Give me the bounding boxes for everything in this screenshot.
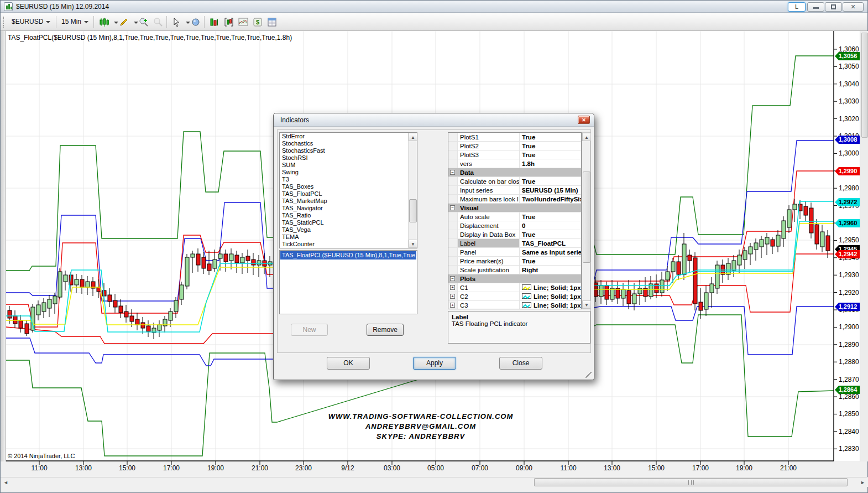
chart-style-icon[interactable]: [98, 16, 110, 28]
scroll-down-icon[interactable]: ▼: [409, 240, 417, 248]
indicator-list-item[interactable]: StdError: [280, 133, 417, 140]
configured-indicators-list[interactable]: TAS_FloatPCL($EURUSD (15 Min),8,1,True,T…: [279, 250, 417, 314]
indicator-list-item[interactable]: StochRSI: [280, 154, 417, 162]
property-value[interactable]: Line; Solid; 1px: [520, 301, 581, 309]
dialog-close-button[interactable]: ✕: [578, 116, 590, 124]
property-row[interactable]: +C2Line; Solid; 1px: [448, 292, 581, 301]
toolbar-grip[interactable]: [3, 17, 5, 28]
property-row[interactable]: Scale justificationRight: [448, 266, 581, 274]
property-value[interactable]: 0: [520, 221, 581, 230]
indicator-list-item[interactable]: SUM: [280, 162, 417, 169]
dialog-title-bar[interactable]: Indicators: [274, 113, 594, 127]
available-indicators-list[interactable]: StdErrorStochasticsStochasticsFastStochR…: [279, 132, 417, 248]
instrument-selector[interactable]: $EURUSD: [8, 17, 53, 28]
chart-trader-icon[interactable]: [208, 16, 221, 28]
property-value[interactable]: $EURUSD (15 Min): [520, 186, 581, 194]
indicator-list-item[interactable]: T3: [280, 176, 417, 183]
property-row[interactable]: PlotS3True: [448, 151, 581, 159]
property-row[interactable]: Maximum bars look lTwoHundredFiftySix: [448, 195, 581, 204]
indicator-list-item[interactable]: TAS_Ratio: [280, 212, 417, 219]
ok-button[interactable]: OK: [327, 357, 370, 370]
property-value[interactable]: True: [520, 142, 581, 150]
zoom-window-icon[interactable]: [190, 16, 202, 28]
property-row[interactable]: Price marker(s)True: [448, 257, 581, 266]
dialog-resize-grip[interactable]: [585, 372, 592, 378]
minimize-button[interactable]: [807, 2, 824, 12]
property-value[interactable]: True: [520, 257, 581, 265]
scroll-up-icon[interactable]: ▲: [582, 133, 591, 141]
property-value[interactable]: True: [520, 151, 581, 159]
dialog-close-action-button[interactable]: Close: [499, 357, 542, 370]
interval-selector[interactable]: 15 Min: [58, 17, 91, 28]
property-row[interactable]: Display in Data BoxTrue: [448, 230, 581, 239]
collapse-icon[interactable]: −: [450, 170, 455, 175]
list-scrollbar[interactable]: ▲ ▼: [408, 133, 417, 248]
indicator-list-item[interactable]: TAS_Vega: [280, 226, 417, 233]
property-row[interactable]: Displacement0: [448, 221, 581, 230]
indicators-icon[interactable]: [223, 16, 235, 28]
property-value[interactable]: TAS_FloatPCL: [520, 239, 581, 247]
indicator-list-item[interactable]: Swing: [280, 169, 417, 176]
close-window-button[interactable]: ✕: [843, 2, 864, 12]
property-row[interactable]: PlotS2True: [448, 142, 581, 151]
scroll-right-icon[interactable]: ►: [859, 479, 867, 486]
property-section-row[interactable]: −Plots: [448, 274, 581, 283]
property-value[interactable]: Line; Solid; 1px: [520, 283, 581, 292]
horizontal-scrollbar-thumb[interactable]: [534, 478, 848, 486]
property-section-row[interactable]: −Data: [448, 168, 581, 177]
property-row[interactable]: LabelTAS_FloatPCL: [448, 239, 581, 248]
scroll-down-icon[interactable]: ▼: [582, 300, 591, 309]
link-button[interactable]: L: [788, 2, 806, 12]
indicator-list-item[interactable]: TAS_MarketMap: [280, 198, 417, 205]
property-value[interactable]: 1.8h: [520, 159, 581, 168]
property-value[interactable]: Same as input series: [520, 248, 581, 256]
expand-icon[interactable]: +: [450, 303, 455, 308]
property-row[interactable]: PlotS1True: [448, 133, 581, 142]
drawing-tools-icon[interactable]: [118, 16, 130, 28]
indicator-list-item[interactable]: TAS_FloatPCL: [280, 190, 417, 198]
property-row[interactable]: Calculate on bar closTrue: [448, 177, 581, 186]
expand-icon[interactable]: +: [450, 294, 455, 299]
property-value[interactable]: True: [520, 230, 581, 238]
data-box-icon[interactable]: [266, 16, 278, 28]
expand-icon[interactable]: +: [450, 285, 455, 290]
snapshot-icon[interactable]: [237, 16, 249, 28]
property-row[interactable]: +C1Line; Solid; 1px: [448, 283, 581, 292]
property-value[interactable]: Right: [520, 266, 581, 274]
apply-button[interactable]: Apply: [413, 357, 456, 370]
collapse-icon[interactable]: −: [450, 276, 455, 281]
property-grid-scrollbar[interactable]: ▲ ▼: [582, 132, 590, 309]
property-row[interactable]: +C3Line; Solid; 1px: [448, 301, 581, 309]
property-value[interactable]: True: [520, 177, 581, 185]
property-value[interactable]: TwoHundredFiftySix: [520, 195, 581, 203]
scroll-left-icon[interactable]: ◄: [2, 479, 10, 486]
indicator-list-item[interactable]: TAS_Navigator: [280, 205, 417, 212]
property-row[interactable]: Auto scaleTrue: [448, 212, 581, 221]
list-scrollbar-thumb[interactable]: [409, 199, 417, 222]
vertical-scrollbar[interactable]: [860, 31, 868, 461]
property-row[interactable]: vers1.8h: [448, 159, 581, 168]
collapse-icon[interactable]: −: [450, 205, 455, 210]
property-grid-scrollbar-thumb[interactable]: [583, 172, 590, 263]
configured-indicator-selected[interactable]: TAS_FloatPCL($EURUSD (15 Min),8,1,True,T…: [280, 251, 416, 260]
property-grid[interactable]: PlotS1TruePlotS2TruePlotS3Truevers1.8h−D…: [448, 132, 582, 309]
indicator-list-item[interactable]: TickCounter: [280, 241, 417, 248]
account-performance-icon[interactable]: $: [252, 16, 264, 28]
property-row[interactable]: Input series$EURUSD (15 Min): [448, 186, 581, 195]
property-row[interactable]: PanelSame as input series: [448, 248, 581, 257]
property-value[interactable]: Line; Solid; 1px: [520, 292, 581, 300]
pointer-icon[interactable]: [171, 16, 183, 28]
indicator-list-item[interactable]: StochasticsFast: [280, 147, 417, 154]
zoom-in-icon[interactable]: [138, 16, 150, 28]
scroll-up-icon[interactable]: ▲: [409, 133, 417, 141]
property-section-row[interactable]: −Visual: [448, 204, 581, 212]
vertical-scrollbar-thumb[interactable]: [861, 33, 868, 138]
indicator-list-item[interactable]: TEMA: [280, 233, 417, 241]
indicator-list-item[interactable]: TAS_Boxes: [280, 183, 417, 190]
remove-button[interactable]: Remove: [367, 324, 404, 336]
property-value[interactable]: True: [520, 133, 581, 141]
indicator-list-item[interactable]: Stochastics: [280, 140, 417, 147]
indicator-list-item[interactable]: TAS_StaticPCL: [280, 219, 417, 226]
horizontal-scrollbar[interactable]: ◄ ►: [1, 477, 868, 487]
restore-button[interactable]: [825, 2, 842, 12]
